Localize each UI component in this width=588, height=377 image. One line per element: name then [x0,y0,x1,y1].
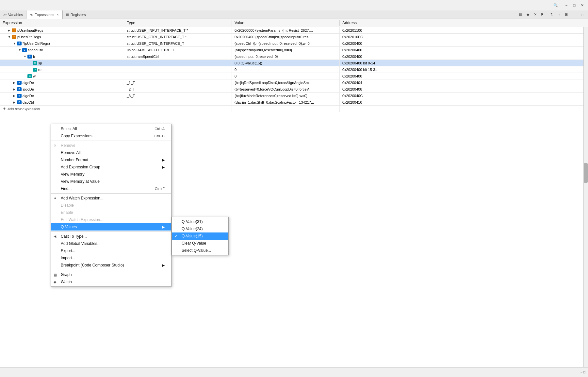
menu-item-select-all[interactable]: Select All Ctrl+A [51,125,171,132]
toolbar-btn-3[interactable]: ✕ [532,11,538,18]
maximize-button[interactable]: □ [571,2,578,9]
find-label: Find... [61,186,72,191]
table-body: ▶ * pUserInputRegs struct USER_INPUT_INT… [0,27,588,367]
toolbar-btn-7[interactable]: ⊞ [563,11,569,18]
cell-value: {b={iqRefSpeedLoopDis=0,forceAlignAngleS… [232,79,340,86]
table-row[interactable]: ▼ S b struct ramSpeedCtrl {speedInput=0,… [0,53,588,60]
submenu-item-q31[interactable]: Q-Value(31) [172,218,228,225]
cell-value: {b={reserved=0,forceVQCurrLoopDis=0,forc… [232,86,340,92]
tree-arrow[interactable]: ▶ [13,101,17,104]
tree-arrow[interactable]: ▶ [8,29,12,32]
submenu-qvalues: Q-Value(31) Q-Value(24) ✓ Q-Value(15) Cl… [172,217,229,255]
minimize-button[interactable]: − [563,2,570,9]
import-label: Import... [61,256,75,260]
cell-address: 0x20200400 bit 0-14 [340,60,588,66]
disable-label: Disable [61,203,74,208]
menu-item-edit-watch-expression: Edit Watch Expression... [51,216,171,223]
copy-expressions-label: Copy Expressions [61,134,92,138]
menu-item-remove-all[interactable]: Remove All [51,149,171,156]
q15-checkmark: ✓ [174,234,178,238]
toolbar-sep2 [571,12,571,17]
tree-arrow[interactable]: ▶ [13,94,17,97]
menu-item-cast-to-type[interactable]: ≪ Cast To Type... [51,233,171,240]
table-row[interactable]: ▼ * pUserCtrlRegs struct USER_CTRL_INTER… [0,34,588,40]
cast-to-type-label: Cast To Type... [61,234,87,239]
tab-expressions[interactable]: ≪ Expressions ✕ [26,10,63,19]
menu-item-number-format[interactable]: Number Format ▶ [51,156,171,163]
menu-item-find[interactable]: Find... Ctrl+F [51,185,171,192]
submenu-item-clear-q[interactable]: Clear Q-Value [172,240,228,247]
tree-arrow[interactable]: ▶ [13,88,17,91]
tree-arrow[interactable]: ▼ [13,42,17,45]
panel-maximize-btn[interactable]: □ [580,11,586,18]
toolbar-btn-1[interactable]: ▤ [517,11,524,18]
menu-item-add-expression-group[interactable]: Add Expression Group ▶ [51,163,171,171]
vertical-scrollbar[interactable] [583,27,588,367]
cell-expression: ≫ w [0,73,124,79]
menu-item-graph[interactable]: ▦ Graph [51,271,171,278]
q-values-label: Q-Values [61,225,77,229]
panel-controls: − □ [580,370,585,374]
pointer-icon: * [12,28,16,32]
search-button[interactable]: 🔍 [552,2,559,9]
tree-arrow[interactable]: ▼ [8,35,12,39]
cell-address: 0x20200400 [340,53,588,60]
expressions-tab-label: Expressions [35,13,54,17]
table-row[interactable]: ▶ S dacCtrl {dacEn=1,dacShift=0,dacScali… [0,99,588,106]
tab-variables[interactable]: ≫ Variables [0,10,26,19]
remove-all-label: Remove All [61,150,81,155]
toolbar-btn-6[interactable]: → [556,11,562,18]
tree-arrow[interactable]: ▼ [24,55,27,58]
cell-type [124,99,232,105]
table-row[interactable]: ▼ S *(pUserCtrlRegs) struct USER_CTRL_IN… [0,40,588,47]
table-row[interactable]: ▶ * pUserInputRegs struct USER_INPUT_INT… [0,27,588,34]
cell-expression: ≫ sp [0,60,124,66]
expressions-tab-close[interactable]: ✕ [57,13,59,16]
submenu-item-q24[interactable]: Q-Value(24) [172,225,228,232]
add-new-expression-row[interactable]: ✦ Add new expression [0,106,588,112]
menu-item-view-memory[interactable]: View Memory [51,171,171,178]
scrollbar-thumb[interactable] [584,163,588,183]
submenu-item-select-q[interactable]: Select Q-Value... [172,247,228,254]
panel-minimize-btn[interactable]: − [572,11,579,18]
cell-type [124,60,232,66]
menu-item-add-watch-expression[interactable]: ✦ Add Watch Expression... [51,195,171,202]
menu-item-import[interactable]: Import... [51,254,171,262]
menu-sep-1 [51,141,171,141]
table-row[interactable]: ▶ S algoDe _1_T {b={iqRefSpeedLoopDis=0,… [0,79,588,86]
menu-item-watch[interactable]: ◈ Watch [51,278,171,285]
tree-arrow[interactable]: ▶ [13,81,17,84]
breakpoint-arrow: ▶ [162,263,165,267]
table-row[interactable]: ≫ sp 0.0 (Q-Value(15)) 0x20200400 bit 0-… [0,60,588,66]
close-button[interactable]: ✕ [579,2,585,9]
cell-address: 0x20200400 [340,47,588,53]
table-row[interactable]: ≫ w 0 0x20200400 [0,73,588,79]
menu-item-export[interactable]: Export... [51,247,171,254]
tab-registers[interactable]: ▦ Registers [63,10,89,19]
q-values-arrow: ▶ [162,225,165,229]
graph-icon: ▦ [54,273,57,277]
submenu-item-q15[interactable]: ✓ Q-Value(15) [172,232,228,240]
context-menu: Select All Ctrl+A Copy Expressions Ctrl+… [51,124,172,287]
cell-address-empty [340,106,588,112]
table-row[interactable]: ▼ S speedCtrl union RAM_SPEED_CTRL_T {b=… [0,47,588,53]
table-row[interactable]: ▶ S algoDe _2_T {b={reserved=0,forceVQCu… [0,86,588,93]
panel-ctrl-1[interactable]: − [580,370,582,374]
toolbar-btn-4[interactable]: ⚑ [539,11,546,18]
toolbar-btn-2[interactable]: ◆ [525,11,531,18]
panel-ctrl-2[interactable]: □ [583,370,585,374]
table-row[interactable]: ≫ re 0 0x20200400 bit 15-31 [0,66,588,73]
menu-sep-3 [51,231,171,232]
table-row[interactable]: ▶ S algoDe _3_T {b={fluxModeReference=0,… [0,93,588,99]
watch-menu-icon: ◈ [54,280,56,284]
menu-item-view-memory-at-value[interactable]: View Memory at Value [51,178,171,185]
tree-arrow[interactable]: ▼ [18,48,22,52]
menu-item-q-values[interactable]: Q-Values ▶ [51,223,171,231]
menu-item-copy-expressions[interactable]: Copy Expressions Ctrl+C [51,132,171,140]
enable-label: Enable [61,210,73,215]
toolbar-btn-5[interactable]: ↻ [548,11,555,18]
cell-address: 0x20200408 [340,86,588,92]
menu-item-breakpoint[interactable]: Breakpoint (Code Composer Studio) ▶ [51,262,171,269]
menu-item-add-global-variables[interactable]: Add Global Variables... [51,240,171,247]
header-expression: Expression [0,20,124,26]
